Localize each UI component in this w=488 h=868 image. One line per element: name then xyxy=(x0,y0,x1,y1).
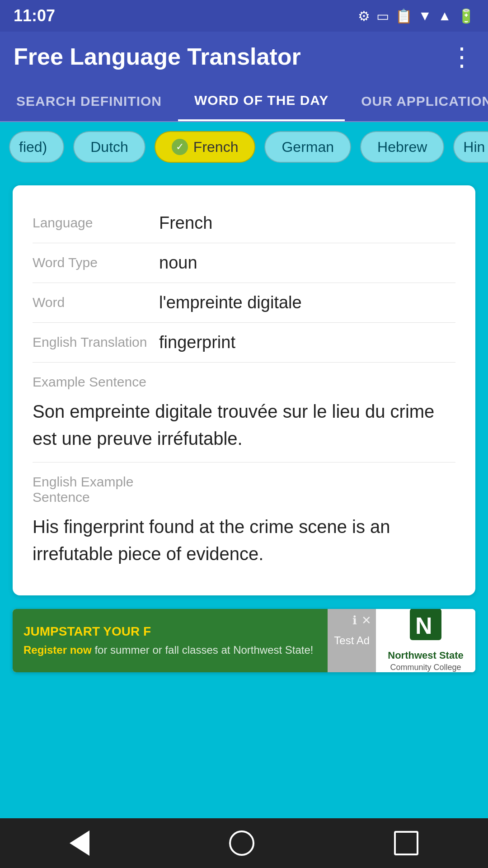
example-sentence-value: Son empreinte digitale trouvée sur le li… xyxy=(33,398,455,452)
language-row: Language French xyxy=(33,203,455,243)
language-pills-row: fied) Dutch ✓ French German Hebrew Hin xyxy=(0,122,488,172)
ad-college-name: Northwest State Community College xyxy=(388,649,463,672)
home-button[interactable] xyxy=(229,830,254,856)
word-value: l'empreinte digitale xyxy=(159,293,455,312)
signal-icon: ▲ xyxy=(438,8,451,24)
example-sentence-row: Example Sentence Son empreinte digitale … xyxy=(33,363,455,462)
word-type-row: Word Type noun xyxy=(33,243,455,283)
pill-french[interactable]: ✓ French xyxy=(155,131,256,163)
ad-subtext: Register now for summer or fall classes … xyxy=(23,642,317,658)
ad-highlight: Register now xyxy=(23,644,92,656)
english-example-row: English Example Sentence His fingerprint… xyxy=(33,462,455,577)
pill-dutch[interactable]: Dutch xyxy=(73,131,145,163)
pill-hindi[interactable]: Hin xyxy=(453,131,488,163)
word-label: Word xyxy=(33,293,159,310)
example-sentence-label: Example Sentence xyxy=(33,373,159,390)
tab-search-definition[interactable]: SEARCH DEFINITION xyxy=(0,81,178,121)
word-type-label: Word Type xyxy=(33,253,159,270)
status-bar: 11:07 ⚙ ▭ 📋 ▼ ▲ 🔋 xyxy=(0,0,488,32)
word-row: Word l'empreinte digitale xyxy=(33,283,455,323)
ad-close-icon[interactable]: ✕ xyxy=(361,613,371,627)
pill-simplified-label: fied) xyxy=(19,139,47,156)
ad-banner: JUMPSTART YOUR F Register now for summer… xyxy=(13,609,475,672)
pill-hebrew[interactable]: Hebrew xyxy=(360,131,444,163)
pill-dutch-label: Dutch xyxy=(90,139,128,156)
translation-value: fingerprint xyxy=(159,333,455,352)
language-value: French xyxy=(159,213,455,233)
ad-headline: JUMPSTART YOUR F xyxy=(23,623,317,640)
pill-german-label: German xyxy=(282,139,334,156)
recent-apps-button[interactable] xyxy=(394,831,418,855)
pill-simplified[interactable]: fied) xyxy=(9,131,64,163)
status-time: 11:07 xyxy=(14,6,55,25)
tab-our-applications[interactable]: OUR APPLICATIONS xyxy=(345,81,488,121)
app-title: Free Language Translator xyxy=(14,43,301,70)
ad-icons: ℹ ✕ xyxy=(352,613,371,627)
check-icon: ✓ xyxy=(172,139,188,155)
word-card: Language French Word Type noun Word l'em… xyxy=(13,185,475,595)
tab-word-of-the-day[interactable]: WORD OF THE DAY xyxy=(178,81,345,121)
svg-text:N: N xyxy=(415,613,432,639)
navigation-bar xyxy=(0,818,488,868)
overflow-menu-button[interactable]: ⋮ xyxy=(449,42,474,71)
ad-subtext-cont: for summer or fall classes at Northwest … xyxy=(94,644,313,656)
pill-hindi-label: Hin xyxy=(463,139,485,156)
english-example-label: English Example Sentence xyxy=(33,472,159,505)
back-button[interactable] xyxy=(70,830,89,856)
pill-hebrew-label: Hebrew xyxy=(377,139,427,156)
status-icons: ⚙ ▭ 📋 ▼ ▲ 🔋 xyxy=(358,8,474,24)
battery-icon: 🔋 xyxy=(458,8,474,24)
ad-logo-letter: N xyxy=(410,609,441,646)
translation-row: English Translation fingerprint xyxy=(33,323,455,363)
ad-right-section: N Northwest State Community College xyxy=(376,609,475,672)
language-label: Language xyxy=(33,213,159,231)
screen-icon: ▭ xyxy=(376,8,389,24)
wifi-icon: ▼ xyxy=(418,8,432,24)
tab-navigation: SEARCH DEFINITION WORD OF THE DAY OUR AP… xyxy=(0,81,488,122)
ad-info-icon[interactable]: ℹ xyxy=(352,613,357,627)
word-type-value: noun xyxy=(159,253,455,273)
pill-german[interactable]: German xyxy=(264,131,351,163)
translation-label: English Translation xyxy=(33,333,159,350)
ad-left-section: JUMPSTART YOUR F Register now for summer… xyxy=(13,609,328,672)
english-example-value: His fingerprint found at the crime scene… xyxy=(33,513,455,567)
clip-icon: 📋 xyxy=(395,8,412,24)
app-bar: Free Language Translator ⋮ xyxy=(0,32,488,81)
settings-icon: ⚙ xyxy=(358,8,370,24)
pill-french-label: French xyxy=(193,139,239,156)
